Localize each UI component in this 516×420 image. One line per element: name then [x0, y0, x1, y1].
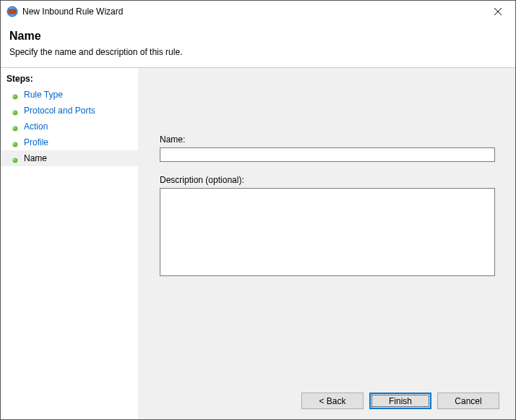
step-label: Protocol and Ports — [24, 106, 95, 116]
close-icon — [494, 8, 502, 15]
step-action[interactable]: Action — [1, 119, 138, 134]
name-input[interactable] — [160, 147, 495, 162]
wizard-body: Steps: Rule Type Protocol and Ports Acti… — [1, 68, 515, 419]
svg-point-8 — [13, 95, 18, 100]
svg-point-9 — [14, 95, 15, 97]
svg-point-16 — [13, 158, 18, 163]
step-rule-type[interactable]: Rule Type — [1, 87, 138, 103]
description-input[interactable] — [160, 188, 495, 276]
wizard-header: Name Specify the name and description of… — [1, 22, 515, 68]
step-bullet-icon — [12, 155, 18, 161]
step-name[interactable]: Name — [1, 150, 138, 166]
step-label: Action — [24, 121, 48, 132]
step-label: Rule Type — [24, 90, 63, 100]
step-profile[interactable]: Profile — [1, 134, 138, 150]
step-bullet-icon — [12, 108, 18, 113]
svg-point-15 — [14, 143, 15, 145]
description-label: Description (optional): — [160, 175, 495, 185]
step-bullet-icon — [12, 140, 18, 145]
step-bullet-icon — [12, 92, 18, 98]
step-bullet-icon — [12, 124, 18, 129]
finish-button[interactable]: Finish — [369, 393, 431, 409]
window-title: New Inbound Rule Wizard — [22, 7, 123, 17]
name-label: Name: — [160, 134, 495, 145]
firewall-icon — [7, 6, 18, 17]
form-area: Name: Description (optional): — [160, 134, 495, 278]
back-button[interactable]: < Back — [301, 393, 364, 409]
titlebar: New Inbound Rule Wizard — [1, 1, 515, 22]
svg-point-14 — [13, 142, 18, 147]
svg-point-17 — [14, 159, 15, 160]
step-label: Profile — [24, 137, 48, 147]
svg-point-12 — [13, 127, 18, 132]
wizard-window: New Inbound Rule Wizard Name Specify the… — [0, 0, 516, 420]
close-button[interactable] — [483, 2, 512, 21]
cancel-button[interactable]: Cancel — [437, 393, 499, 409]
page-subtitle: Specify the name and description of this… — [9, 47, 507, 57]
step-protocol-ports[interactable]: Protocol and Ports — [1, 103, 138, 119]
svg-point-11 — [14, 111, 15, 113]
button-row: < Back Finish Cancel — [301, 393, 499, 409]
svg-point-13 — [14, 127, 15, 129]
steps-sidebar: Steps: Rule Type Protocol and Ports Acti… — [1, 68, 138, 419]
page-title: Name — [9, 30, 507, 43]
main-panel: Name: Description (optional): < Back Fin… — [138, 68, 515, 419]
steps-heading: Steps: — [1, 72, 138, 87]
svg-point-10 — [13, 111, 18, 116]
step-label: Name — [24, 153, 47, 163]
